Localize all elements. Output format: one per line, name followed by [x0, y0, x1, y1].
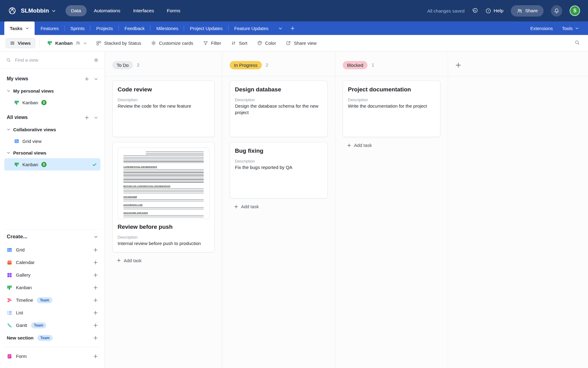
table-tab-project-updates[interactable]: Project Updates: [184, 21, 228, 35]
plus-icon[interactable]: [93, 335, 98, 340]
nav-tab-automations[interactable]: Automations: [89, 5, 126, 16]
add-task-button[interactable]: Add task: [234, 204, 328, 209]
kanban-add-column-region: [448, 52, 588, 368]
table-tab-milestones[interactable]: Milestones: [150, 21, 184, 35]
plus-icon[interactable]: [93, 247, 98, 252]
my-personal-views-group[interactable]: My personal views: [4, 85, 100, 96]
card-field-label: Description: [235, 159, 322, 163]
task-card-bug-fixing[interactable]: Bug fixing Description Fix the bugs repo…: [230, 142, 328, 198]
add-column-button[interactable]: [455, 62, 461, 68]
create-form-row[interactable]: Form: [4, 350, 100, 362]
filter-button[interactable]: Filter: [199, 38, 225, 48]
table-tab-tasks[interactable]: Tasks: [4, 21, 35, 35]
kanban-view-icon: [14, 162, 19, 167]
sidebar-view-kanban-personal[interactable]: Kanban S: [4, 96, 100, 109]
card-title: Bug fixing: [235, 148, 322, 154]
create-calendar-row[interactable]: Calendar: [4, 256, 100, 269]
share-view-button[interactable]: Share view: [282, 38, 320, 48]
personal-views-group[interactable]: Personal views: [4, 147, 100, 158]
extensions-button[interactable]: Extensions: [530, 26, 553, 31]
plus-icon[interactable]: [93, 285, 98, 290]
gear-icon[interactable]: [94, 58, 99, 63]
create-timeline-row[interactable]: Timeline Team: [4, 294, 100, 306]
task-card-review-before-push[interactable]: CONFIDENTIAL INFORMATION RETURN OF CONFI…: [112, 142, 215, 252]
find-view-input[interactable]: [14, 57, 90, 63]
task-card-design-database[interactable]: Design database Description Design the d…: [230, 81, 328, 137]
plus-icon[interactable]: [93, 310, 98, 315]
status-chip-todo[interactable]: To Do: [112, 61, 133, 69]
collaborative-views-group[interactable]: Collaborative views: [4, 124, 100, 135]
plus-icon[interactable]: [93, 354, 98, 359]
sort-button[interactable]: Sort: [227, 38, 251, 48]
customize-cards-button[interactable]: Customize cards: [147, 38, 197, 48]
user-avatar[interactable]: S: [570, 6, 580, 16]
share-view-label: Share view: [294, 40, 316, 46]
my-views-label: My views: [7, 76, 28, 82]
create-gallery-row[interactable]: Gallery: [4, 269, 100, 281]
more-tables-button[interactable]: [274, 21, 286, 35]
stacked-by-button[interactable]: Stacked by Status: [92, 38, 145, 48]
create-item-label: Grid: [16, 247, 24, 252]
nav-tab-forms[interactable]: Forms: [161, 5, 186, 16]
color-button[interactable]: Color: [254, 38, 280, 48]
help-button[interactable]: ? Help: [485, 8, 503, 14]
sidebar-view-kanban-selected[interactable]: Kanban S: [4, 158, 100, 171]
table-tab-features[interactable]: Features: [35, 21, 64, 35]
create-section-header[interactable]: Create...: [4, 229, 100, 243]
create-gantt-row[interactable]: Gantt Team: [4, 319, 100, 332]
status-chip-in-progress[interactable]: In Progress: [230, 61, 262, 69]
chevron-down-icon[interactable]: [94, 115, 98, 120]
add-task-button[interactable]: Add task: [117, 258, 215, 263]
notifications-button[interactable]: [551, 5, 562, 17]
plus-icon[interactable]: [93, 273, 98, 278]
sidebar-view-grid[interactable]: Grid view: [4, 135, 100, 147]
attachment-preview[interactable]: CONFIDENTIAL INFORMATION RETURN OF CONFI…: [118, 148, 209, 219]
chevron-down-icon: [7, 89, 10, 93]
base-name-menu[interactable]: SLMobbin: [21, 7, 56, 14]
tools-button[interactable]: Tools: [562, 26, 579, 31]
plus-icon[interactable]: [85, 77, 89, 81]
create-list-row[interactable]: List: [4, 306, 100, 319]
plus-icon[interactable]: [93, 260, 98, 265]
history-icon[interactable]: [472, 8, 478, 14]
chevron-down-icon: [25, 26, 29, 30]
create-new-section-row[interactable]: New section Team: [4, 332, 100, 344]
table-tab-sprints[interactable]: Sprints: [65, 21, 91, 35]
search-view-button[interactable]: [572, 37, 582, 49]
nav-tab-interfaces[interactable]: Interfaces: [128, 5, 160, 16]
column-count: 1: [371, 63, 374, 67]
plus-icon[interactable]: [93, 298, 98, 303]
timeline-view-icon: [7, 297, 12, 303]
task-card-project-documentation[interactable]: Project documentation Description Write …: [343, 81, 440, 137]
chevron-down-icon: [52, 9, 56, 13]
create-kanban-row[interactable]: Kanban: [4, 281, 100, 294]
card-field-label: Description: [118, 98, 209, 102]
chevron-down-icon[interactable]: [94, 77, 98, 81]
add-task-button[interactable]: Add task: [347, 143, 440, 148]
all-views-label: All views: [7, 115, 28, 120]
views-sidebar-toggle[interactable]: Views: [6, 38, 35, 48]
share-button[interactable]: Share: [511, 5, 544, 17]
task-card-code-review[interactable]: Code review Description Review the code …: [112, 81, 215, 137]
table-tab-projects[interactable]: Projects: [90, 21, 119, 35]
nav-tab-data[interactable]: Data: [66, 5, 87, 16]
doc-text-lines: [123, 199, 204, 202]
current-view-menu[interactable]: Kanban: [44, 39, 90, 48]
column-header: [448, 52, 588, 76]
create-item-label: Gallery: [16, 272, 31, 278]
create-label: Create...: [7, 234, 27, 240]
kanban-column-todo: To Do 2 Code review Description Review t…: [105, 52, 222, 368]
filter-icon: [203, 40, 208, 46]
status-chip-blocked[interactable]: Blocked: [343, 61, 368, 69]
column-count: 2: [266, 63, 268, 67]
plus-icon[interactable]: [85, 115, 89, 120]
palette-icon: [257, 40, 262, 46]
plus-icon[interactable]: [93, 323, 98, 328]
table-tab-feedback[interactable]: Feedback: [119, 21, 151, 35]
table-tab-label: Project Updates: [190, 26, 223, 31]
table-tab-label: Milestones: [156, 26, 178, 31]
add-table-button[interactable]: [286, 21, 299, 35]
table-tab-feature-updates[interactable]: Feature Updates: [228, 21, 274, 35]
doc-heading: OWNERSHIP: [123, 196, 204, 198]
create-grid-row[interactable]: Grid: [4, 243, 100, 256]
